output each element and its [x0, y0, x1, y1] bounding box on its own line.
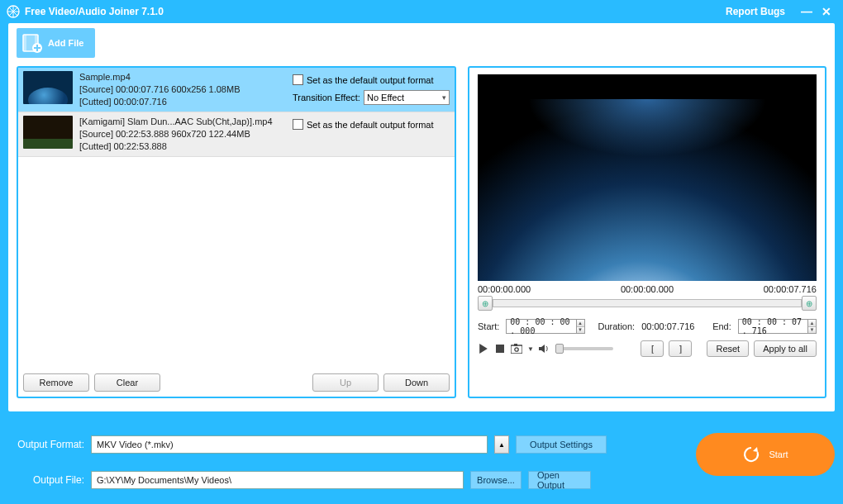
file-thumbnail [23, 116, 73, 149]
close-button[interactable]: ✕ [817, 2, 836, 21]
output-format-select[interactable]: MKV Video (*.mkv) [91, 435, 488, 454]
end-time-input[interactable]: 00 : 00 : 07 . 716 [738, 319, 808, 334]
timeline-slider[interactable]: ⊕ ⊕ [478, 296, 817, 311]
set-default-checkbox[interactable] [293, 119, 303, 130]
file-row[interactable]: [Kamigami] Slam Dun...AAC Sub(Cht,Jap)].… [18, 112, 455, 157]
set-default-checkbox[interactable] [293, 74, 303, 85]
chevron-down-icon: ▾ [442, 93, 446, 102]
report-bugs-link[interactable]: Report Bugs [726, 6, 785, 17]
file-cutted-info: [Cutted] 00:22:53.888 [79, 140, 293, 153]
refresh-icon [742, 445, 760, 464]
reset-button[interactable]: Reset [707, 340, 749, 357]
output-file-label: Output File: [8, 474, 84, 486]
file-list: Sample.mp4 [Source] 00:00:07.716 600x256… [18, 68, 455, 368]
svg-rect-8 [514, 344, 517, 346]
apply-all-button[interactable]: Apply to all [754, 340, 817, 357]
volume-icon[interactable] [539, 343, 550, 354]
clear-button[interactable]: Clear [94, 373, 160, 392]
add-file-icon [21, 32, 43, 54]
svg-rect-5 [496, 345, 504, 353]
transition-value: No Effect [367, 93, 404, 102]
mark-out-button[interactable]: ] [669, 340, 692, 357]
transition-label: Transition Effect: [293, 93, 360, 102]
file-row[interactable]: Sample.mp4 [Source] 00:00:07.716 600x256… [18, 68, 455, 112]
start-button[interactable]: Start [696, 433, 835, 476]
open-output-button[interactable]: Open Output [528, 471, 591, 489]
duration-label: Duration: [598, 321, 636, 331]
output-file-value: G:\XY\My Documents\My Videos\ [97, 475, 231, 485]
transition-select[interactable]: No Effect ▾ [364, 90, 450, 105]
file-thumbnail [23, 71, 73, 104]
output-format-label: Output Format: [8, 439, 84, 450]
file-name: [Kamigami] Slam Dun...AAC Sub(Cht,Jap)].… [79, 116, 293, 128]
output-file-input[interactable]: G:\XY\My Documents\My Videos\ [91, 471, 464, 489]
stop-button[interactable] [494, 343, 506, 354]
output-format-value: MKV Video (*.mkv) [97, 440, 174, 449]
duration-value: 00:00:07.716 [641, 321, 694, 331]
file-name: Sample.mp4 [79, 71, 293, 83]
set-default-label: Set as the default output format [307, 75, 433, 85]
start-label: Start [769, 449, 788, 459]
output-format-dropdown-button[interactable]: ▲ [494, 435, 509, 454]
snapshot-button[interactable] [511, 343, 522, 354]
start-time-input[interactable]: 00 : 00 : 00 . 000 [506, 319, 576, 334]
app-logo-icon [7, 5, 20, 18]
start-time-spinner[interactable]: ▲▼ [577, 319, 585, 334]
mark-in-button[interactable]: [ [641, 340, 664, 357]
timeline-start-time: 00:00:00.000 [478, 284, 531, 294]
svg-rect-6 [511, 345, 522, 354]
file-cutted-info: [Cutted] 00:00:07.716 [79, 96, 293, 108]
up-button[interactable]: Up [312, 373, 379, 392]
file-source-info: [Source] 00:22:53.888 960x720 122.44MB [79, 128, 293, 140]
down-button[interactable]: Down [383, 373, 450, 392]
browse-button[interactable]: Browse... [470, 471, 522, 489]
play-button[interactable] [478, 343, 489, 354]
add-file-label: Add File [48, 38, 83, 48]
file-source-info: [Source] 00:00:07.716 600x256 1.08MB [79, 83, 293, 96]
timeline-end-time: 00:00:07.716 [764, 284, 817, 294]
window-title: Free Video/Audio Joiner 7.1.0 [25, 6, 164, 17]
svg-point-7 [515, 348, 518, 351]
minimize-button[interactable]: — [797, 2, 817, 21]
add-file-button[interactable]: Add File [17, 28, 95, 58]
trim-start-handle[interactable]: ⊕ [478, 296, 493, 311]
start-label: Start: [478, 321, 499, 331]
end-time-spinner[interactable]: ▲▼ [808, 319, 817, 334]
remove-button[interactable]: Remove [23, 373, 89, 392]
set-default-label: Set as the default output format [307, 120, 433, 130]
end-label: End: [712, 321, 731, 331]
video-preview[interactable] [478, 74, 817, 281]
svg-rect-2 [23, 35, 26, 51]
volume-slider[interactable] [555, 347, 613, 350]
timeline-current-time: 00:00:00.000 [621, 284, 674, 294]
output-settings-button[interactable]: Output Settings [516, 435, 607, 454]
trim-end-handle[interactable]: ⊕ [802, 296, 817, 311]
